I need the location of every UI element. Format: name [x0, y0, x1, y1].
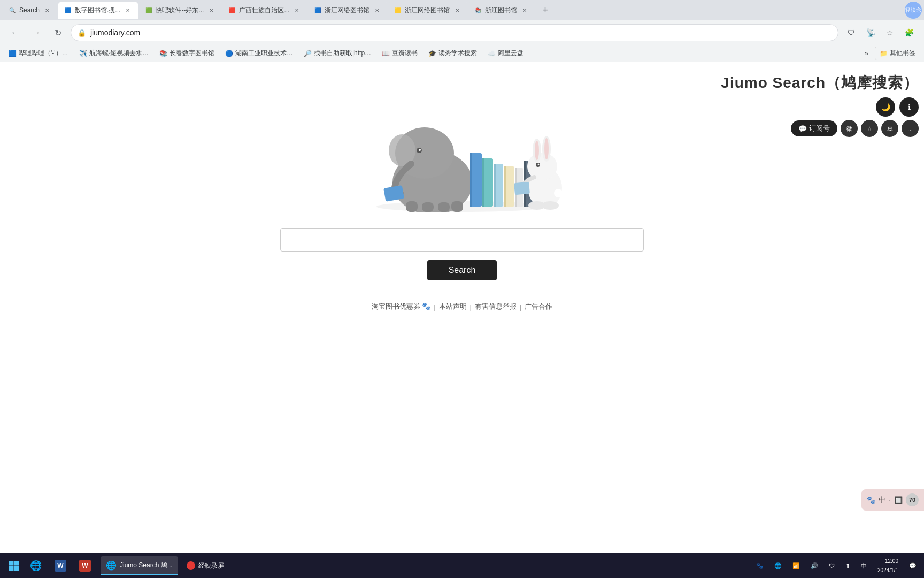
taskbar-recorder[interactable]: 经映录屏 [181, 556, 245, 575]
tab-6[interactable]: 🟨 浙江网络图书馆 ✕ [388, 2, 468, 19]
forward-button[interactable]: → [28, 24, 45, 41]
tab-5[interactable]: 🟦 浙江网络图书馆 ✕ [307, 2, 388, 19]
tab-1-close[interactable]: ✕ [43, 6, 51, 14]
bookmark-library[interactable]: 📚 长春数字图书馆 [155, 47, 219, 60]
more-icon[interactable]: … [902, 120, 919, 137]
tray-paw[interactable]: 🐾 [753, 560, 767, 572]
tab-6-favicon: 🟨 [394, 6, 402, 14]
bookmark-academic[interactable]: 🎓 读秀学术搜索 [424, 47, 481, 60]
browser-chrome: 🔍 Search ✕ 🟦 数字图书馆.搜... ✕ 🟩 快吧软件--好东... … [0, 0, 924, 62]
back-button[interactable]: ← [6, 24, 24, 41]
svg-rect-16 [494, 164, 496, 207]
shield-icon[interactable]: 🛡 [843, 24, 860, 41]
tab-7-title: 浙江图书馆 [485, 6, 517, 15]
tab-4-close[interactable]: ✕ [292, 6, 301, 14]
taskbar: 🌐 W W 🌐 Jiumo Search 鸠... 经映录屏 🐾 🌐 📶 🔊 🛡… [0, 553, 924, 578]
weibo-icon[interactable]: 微 [841, 120, 858, 137]
footer-link-report[interactable]: 有害信息举报 [475, 302, 517, 311]
star-icon[interactable]: ☆ [861, 120, 878, 137]
page-content: Jiumo Search（鸠摩搜索） 🌙 ℹ 💬 订阅号 微 ☆ 豆 … [0, 62, 924, 553]
address-bar: ← → ↻ 🔒 jiumodiary.com 🛡 📡 ☆ 🧩 [0, 20, 924, 45]
word-icon: W [55, 560, 66, 572]
start-button[interactable] [4, 556, 24, 575]
tab-4-title: 广西壮族自治区... [239, 6, 289, 15]
tab-2[interactable]: 🟦 数字图书馆.搜... ✕ [58, 2, 138, 19]
footer-link-statement[interactable]: 本站声明 [439, 302, 467, 311]
jiumo-taskbar-icon: 🌐 [106, 560, 117, 571]
floating-widget[interactable]: 🐾 中 · 🔲 70 [861, 489, 924, 511]
url-bar[interactable]: 🔒 jiumodiary.com [71, 24, 838, 41]
tab-3-close[interactable]: ✕ [207, 6, 215, 14]
taskbar-edge[interactable]: 🌐 [27, 556, 48, 575]
bookmarks-overflow[interactable]: » [863, 48, 871, 59]
social-icons-row: 💬 订阅号 微 ☆ 豆 … [721, 120, 919, 137]
footer-sep-2: | [470, 303, 472, 311]
taskbar-wps[interactable]: W [76, 556, 97, 575]
bookmark-bilibili[interactable]: 🟦 哔哩哔哩（'-'）… [4, 47, 73, 60]
tab-7[interactable]: 📚 浙江图书馆 ✕ [468, 2, 535, 19]
tab-5-close[interactable]: ✕ [373, 6, 381, 14]
tray-volume[interactable]: 🔊 [807, 560, 821, 572]
bookmark-aliyun[interactable]: ☁️ 阿里云盘 [483, 47, 528, 60]
bookmark-icon[interactable]: ☆ [881, 24, 898, 41]
svg-rect-18 [504, 166, 506, 207]
system-tray: 🐾 🌐 📶 🔊 🛡 ⬆ 中 12:00 2024/1/1 💬 [753, 556, 920, 576]
svg-point-30 [538, 164, 540, 165]
cast-icon[interactable]: 📡 [862, 24, 879, 41]
tab-4[interactable]: 🟥 广西壮族自治区... ✕ [222, 2, 307, 19]
tab-3-favicon: 🟩 [145, 6, 152, 14]
bookmark-hunan[interactable]: 🔵 湖南工业职业技术… [221, 47, 297, 60]
svg-point-32 [554, 189, 563, 197]
tab-2-title: 数字图书馆.搜... [75, 6, 120, 15]
svg-rect-9 [438, 202, 450, 212]
paw-icon: 🐾 [867, 496, 875, 504]
footer-sep-3: | [520, 303, 521, 311]
tab-bar: 🔍 Search ✕ 🟦 数字图书馆.搜... ✕ 🟩 快吧软件--好东... … [0, 0, 924, 20]
site-title: Jiumo Search（鸠摩搜索） [721, 73, 919, 93]
bookmark-hanghailo[interactable]: ✈️ 航海螺·短视频去水… [75, 47, 153, 60]
tray-input-method[interactable]: 中 [858, 560, 870, 572]
tab-4-favicon: 🟥 [228, 6, 236, 14]
footer-link-taobao[interactable]: 淘宝图书优惠券 🐾 [372, 302, 431, 311]
dot-separator: · [889, 496, 891, 504]
tray-notifications[interactable]: 💬 [906, 560, 920, 572]
tab-2-close[interactable]: ✕ [124, 6, 132, 14]
footer-sep-1: | [434, 303, 435, 311]
windows-logo-icon [9, 560, 19, 571]
tray-time[interactable]: 12:00 2024/1/1 [874, 556, 902, 576]
browser-actions: 🛡 📡 ☆ 🧩 [843, 24, 918, 41]
moon-icon[interactable]: 🌙 [876, 97, 895, 117]
new-tab-button[interactable]: + [537, 3, 552, 18]
tab-3-title: 快吧软件--好东... [156, 6, 204, 15]
screen-icon: 🔲 [894, 496, 903, 504]
illustration [350, 94, 574, 212]
tray-network[interactable]: 🌐 [771, 560, 785, 572]
tray-wifi[interactable]: 📶 [789, 560, 803, 572]
user-avatar[interactable]: 轻映念 [905, 2, 922, 19]
douban-icon[interactable]: 豆 [881, 120, 898, 137]
bookmark-others[interactable]: 📁 其他书签 [875, 47, 920, 60]
footer-link-advertise[interactable]: 广告合作 [525, 302, 552, 311]
svg-rect-7 [406, 201, 418, 212]
taskbar-word[interactable]: W [51, 556, 73, 575]
tab-6-close[interactable]: ✕ [453, 6, 461, 14]
language-label: 中 [879, 495, 886, 505]
bookmark-find-book[interactable]: 🔎 找书自助获取|http… [299, 47, 375, 60]
subscribe-button[interactable]: 💬 订阅号 [791, 120, 837, 136]
taskbar-jiumo[interactable]: 🌐 Jiumo Search 鸠... [101, 556, 178, 575]
tray-up-arrow[interactable]: ⬆ [842, 560, 853, 572]
tab-3[interactable]: 🟩 快吧软件--好东... ✕ [138, 2, 222, 19]
search-button[interactable]: Search [427, 260, 497, 280]
recorder-icon [187, 561, 195, 570]
tab-7-close[interactable]: ✕ [520, 6, 529, 14]
reload-button[interactable]: ↻ [49, 24, 66, 41]
tab-1[interactable]: 🔍 Search ✕ [2, 2, 58, 19]
wps-icon: W [79, 560, 91, 572]
footer-links: 淘宝图书优惠券 🐾 | 本站声明 | 有害信息举报 | 广告合作 [372, 302, 553, 311]
info-icon[interactable]: ℹ [899, 97, 919, 117]
search-input[interactable] [280, 228, 644, 252]
svg-point-28 [544, 138, 549, 159]
tray-antivirus[interactable]: 🛡 [826, 560, 838, 571]
bookmark-douban[interactable]: 📖 豆瓣读书 [378, 47, 422, 60]
extension-icon[interactable]: 🧩 [900, 24, 918, 41]
